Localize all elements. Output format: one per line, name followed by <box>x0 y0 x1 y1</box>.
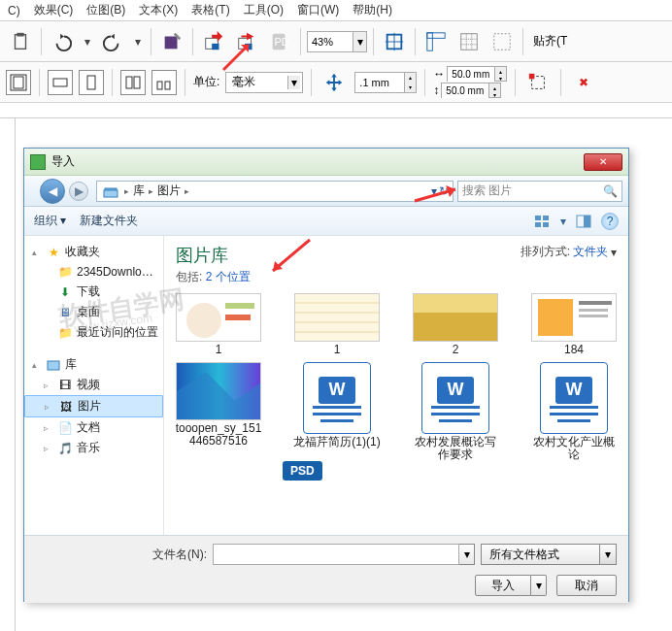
refresh-icon[interactable]: ↻ <box>439 184 449 198</box>
organize-button[interactable]: 组织 ▾ <box>34 213 66 229</box>
undo-dropdown[interactable]: ▾ <box>81 27 94 56</box>
import-dropdown[interactable]: ▾ <box>531 575 547 596</box>
pdf-icon[interactable]: PDF <box>265 27 294 56</box>
thumbnail-icon[interactable] <box>151 70 177 95</box>
svg-rect-25 <box>104 190 118 197</box>
guide-icon[interactable] <box>487 27 517 56</box>
list-item[interactable]: 1 <box>174 293 263 356</box>
locations-link[interactable]: 2 个位置 <box>206 270 251 283</box>
tree-libraries[interactable]: ▴库 <box>24 354 163 375</box>
dup-y-input[interactable] <box>442 83 488 98</box>
portrait-icon[interactable] <box>79 70 104 95</box>
dup-x-input[interactable] <box>448 67 494 82</box>
sort-selector[interactable]: 排列方式: 文件夹 ▾ <box>521 244 617 260</box>
breadcrumb[interactable]: ▸ 库 ▸ 图片 ▸ ▾ ↻ <box>96 181 454 202</box>
sort-dropdown-arrow[interactable]: ▾ <box>611 246 617 259</box>
export-icon[interactable] <box>232 27 261 56</box>
breadcrumb-dropdown[interactable]: ▾ <box>431 184 437 198</box>
close-button[interactable]: ✕ <box>584 153 622 171</box>
tree-downloads[interactable]: ⬇下载 <box>24 282 163 302</box>
list-item[interactable]: 184 <box>529 293 619 356</box>
crop-marks-icon[interactable] <box>523 68 553 97</box>
svg-rect-10 <box>427 32 433 50</box>
page-layout-icon[interactable] <box>6 70 31 95</box>
breadcrumb-folder[interactable]: 图片 <box>157 183 181 199</box>
tree-videos[interactable]: ▹🎞视频 <box>24 375 163 395</box>
tree-documents[interactable]: ▹📄文档 <box>24 417 163 438</box>
help-icon[interactable]: ? <box>601 213 619 230</box>
file-filter-combo[interactable]: 所有文件格式 ▾ <box>481 544 617 565</box>
svg-rect-13 <box>494 33 511 50</box>
snap-label[interactable]: 贴齐(T <box>533 33 567 50</box>
ruler-icon[interactable] <box>421 27 451 56</box>
list-item[interactable]: 2 <box>411 293 500 356</box>
breadcrumb-root[interactable]: 库 <box>133 183 145 199</box>
import-button[interactable]: 导入 <box>475 575 531 596</box>
dup-y-spin[interactable]: ▴▾ <box>441 83 501 98</box>
svg-rect-35 <box>225 303 254 309</box>
filter-dropdown-arrow[interactable]: ▾ <box>599 545 616 564</box>
fullscreen-icon[interactable] <box>380 27 409 56</box>
grid-icon[interactable] <box>454 27 484 56</box>
facing-pages-icon[interactable] <box>120 70 146 95</box>
svg-rect-17 <box>87 76 95 89</box>
cancel-button[interactable]: 取消 <box>556 575 617 596</box>
list-item[interactable]: 1 <box>292 293 382 356</box>
redo-button[interactable] <box>98 27 127 56</box>
svg-rect-16 <box>53 79 67 86</box>
unit-dropdown-arrow[interactable]: ▾ <box>287 76 300 89</box>
import-split-button[interactable]: 导入 ▾ <box>475 575 547 596</box>
tree-favorites[interactable]: ▴★收藏夹 <box>24 242 163 262</box>
nav-forward-button[interactable]: ▶ <box>69 182 88 201</box>
psd-thumb-partial[interactable]: PSD <box>283 461 619 481</box>
horizontal-ruler <box>0 103 672 118</box>
list-item[interactable]: W龙福芹简历(1)(1) <box>292 362 382 448</box>
menu-tools[interactable]: 工具(O) <box>244 2 284 18</box>
preview-pane-button[interactable] <box>574 213 593 230</box>
tree-pictures[interactable]: ▹🖼图片 <box>24 395 163 417</box>
menu-item-start[interactable]: C) <box>8 4 20 17</box>
separator <box>311 69 312 96</box>
import-icon[interactable] <box>199 27 228 56</box>
tree-music[interactable]: ▹🎵音乐 <box>24 438 163 458</box>
menu-window[interactable]: 窗口(W) <box>297 2 339 18</box>
zoom-level-selector[interactable]: ▾ <box>307 31 367 52</box>
list-item[interactable]: W农村文化产业概论 <box>529 362 619 461</box>
close-options-icon[interactable]: ✖ <box>569 68 598 97</box>
zoom-dropdown-arrow[interactable]: ▾ <box>353 32 366 51</box>
undo-button[interactable] <box>48 27 77 56</box>
menu-help[interactable]: 帮助(H) <box>353 2 392 18</box>
dup-x-spin[interactable]: ▴▾ <box>447 66 507 82</box>
tree-recent[interactable]: 📁最近访问的位置 <box>24 322 163 343</box>
nudge-icon[interactable] <box>319 68 349 97</box>
paste-icon[interactable] <box>6 27 35 56</box>
view-mode-button[interactable] <box>533 213 553 230</box>
view-dropdown[interactable]: ▾ <box>560 215 566 228</box>
landscape-icon[interactable] <box>48 70 73 95</box>
paint-bucket-icon[interactable] <box>157 27 186 56</box>
menu-table[interactable]: 表格(T) <box>191 2 229 18</box>
menu-text[interactable]: 文本(X) <box>139 2 178 18</box>
library-icon[interactable] <box>101 183 120 200</box>
filename-dropdown[interactable]: ▾ <box>459 544 475 565</box>
list-item[interactable]: W农村发展概论写作要求 <box>411 362 500 461</box>
menu-effects[interactable]: 效果(C) <box>34 2 74 18</box>
nav-back-button[interactable]: ◀ <box>40 179 65 204</box>
separator <box>300 28 301 55</box>
menu-bitmap[interactable]: 位图(B) <box>86 2 125 18</box>
search-icon[interactable]: 🔍 <box>603 184 618 198</box>
tree-2345downloads[interactable]: 📁2345Downlo… <box>24 262 163 282</box>
new-folder-button[interactable]: 新建文件夹 <box>80 213 138 229</box>
unit-selector[interactable]: 毫米 ▾ <box>225 72 303 93</box>
zoom-input[interactable] <box>308 34 353 50</box>
content-header: 图片库 包括: 2 个位置 排列方式: 文件夹 ▾ <box>164 236 628 289</box>
nudge-distance-spin[interactable]: ▴▾ <box>354 72 417 93</box>
tree-desktop[interactable]: 🖥桌面 <box>24 302 163 322</box>
filename-input[interactable] <box>213 544 459 565</box>
redo-dropdown[interactable]: ▾ <box>131 27 145 56</box>
list-item[interactable]: tooopen_sy_151446587516 <box>174 362 263 448</box>
toolbar-row-2: 单位: 毫米 ▾ ▴▾ ↔▴▾ ↕▴▾ ✖ <box>0 62 672 103</box>
search-input[interactable]: 搜索 图片 🔍 <box>457 181 622 202</box>
content-pane: 图片库 包括: 2 个位置 排列方式: 文件夹 ▾ 1 1 2 184 tooo <box>164 236 628 535</box>
nudge-distance-input[interactable] <box>355 75 404 90</box>
